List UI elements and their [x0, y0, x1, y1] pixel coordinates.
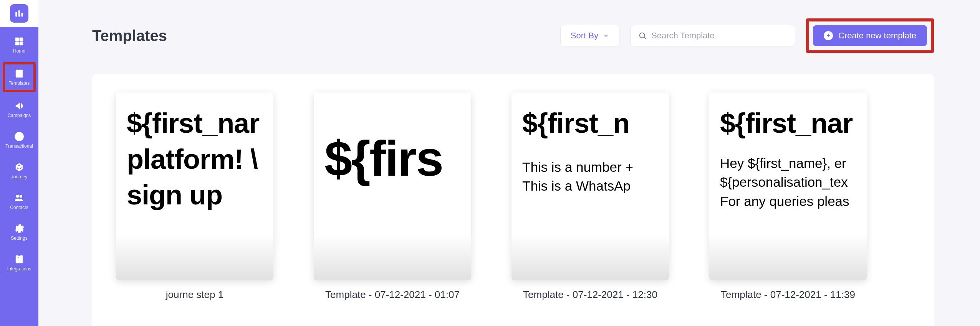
sidebar-item-settings[interactable]: Settings — [3, 221, 36, 243]
svg-point-8 — [16, 195, 19, 198]
preview-text: platform! \ — [127, 142, 263, 178]
search-input[interactable] — [651, 31, 787, 41]
preview-text: For any queries pleas — [720, 193, 856, 210]
template-preview: ${first_n This is a number + This is a W… — [512, 92, 669, 280]
logo-wrap — [0, 0, 38, 27]
sidebar: Home Templates Campaigns Transactional J… — [0, 0, 38, 326]
sort-by-dropdown[interactable]: Sort By — [560, 25, 619, 46]
main: Templates Sort By Create new template — [38, 0, 980, 326]
svg-point-10 — [640, 33, 645, 38]
home-icon — [14, 36, 25, 47]
integrations-icon — [14, 254, 25, 265]
preview-text: Hey ${first_name}, er — [720, 155, 856, 172]
preview-text: sign up — [127, 177, 263, 213]
sidebar-item-campaigns[interactable]: Campaigns — [3, 98, 36, 120]
bars-icon — [14, 8, 24, 18]
plus-icon — [824, 31, 833, 40]
campaigns-icon — [14, 100, 25, 111]
logo[interactable] — [10, 4, 28, 23]
chevron-down-icon — [603, 33, 609, 39]
svg-rect-0 — [15, 12, 17, 17]
sidebar-item-transactional[interactable]: Transactional — [3, 129, 36, 151]
sidebar-item-label: Contacts — [10, 205, 28, 210]
header: Templates Sort By Create new template — [92, 18, 934, 53]
template-card[interactable]: ${first_n This is a number + This is a W… — [512, 92, 669, 326]
svg-rect-6 — [20, 42, 23, 45]
template-card[interactable]: ${firs Template - 07-12-2021 - 01:07 — [314, 92, 471, 326]
create-button-label: Create new template — [838, 31, 916, 41]
templates-icon — [14, 68, 25, 79]
sidebar-item-templates[interactable]: Templates — [3, 62, 36, 92]
sidebar-item-integrations[interactable]: Integrations — [3, 252, 36, 274]
svg-rect-2 — [21, 13, 23, 17]
template-card[interactable]: ${first_nar platform! \ sign up journe s… — [116, 92, 273, 326]
preview-text: ${first_n — [522, 105, 658, 142]
header-controls: Sort By Create new template — [560, 18, 934, 53]
template-label: Template - 07-12-2021 - 11:39 — [721, 289, 855, 301]
preview-text: This is a WhatsAp — [522, 177, 658, 195]
sort-by-label: Sort By — [571, 31, 598, 41]
preview-text: ${firs — [324, 128, 460, 188]
transactional-icon — [14, 131, 25, 142]
nav: Home Templates Campaigns Transactional J… — [0, 27, 38, 274]
create-button-highlight: Create new template — [806, 18, 934, 53]
page-title: Templates — [92, 27, 167, 44]
sidebar-item-contacts[interactable]: Contacts — [3, 190, 36, 212]
template-preview: ${firs — [314, 92, 471, 280]
search-input-wrap[interactable] — [630, 25, 795, 46]
journey-icon — [14, 162, 25, 173]
search-icon — [638, 31, 647, 40]
template-label: journe step 1 — [166, 289, 223, 301]
templates-panel: ${first_nar platform! \ sign up journe s… — [92, 74, 934, 326]
create-new-template-button[interactable]: Create new template — [813, 25, 927, 46]
sidebar-item-label: Campaigns — [8, 113, 31, 118]
svg-rect-1 — [18, 10, 20, 16]
sidebar-item-home[interactable]: Home — [3, 34, 36, 56]
svg-rect-4 — [20, 38, 23, 41]
preview-text: ${personalisation_tex — [720, 173, 856, 191]
template-label: Template - 07-12-2021 - 01:07 — [325, 289, 460, 301]
svg-line-11 — [644, 37, 646, 39]
svg-rect-3 — [15, 38, 19, 41]
sidebar-item-label: Transactional — [5, 143, 33, 149]
settings-icon — [14, 223, 25, 234]
svg-point-9 — [20, 195, 22, 198]
template-card[interactable]: ${first_nar Hey ${first_name}, er ${pers… — [709, 92, 867, 326]
sidebar-item-label: Settings — [11, 235, 27, 241]
sidebar-item-journey[interactable]: Journey — [3, 160, 36, 182]
template-preview: ${first_nar platform! \ sign up — [116, 92, 273, 280]
preview-text: This is a number + — [522, 158, 658, 176]
template-preview: ${first_nar Hey ${first_name}, er ${pers… — [709, 92, 867, 280]
sidebar-item-label: Home — [13, 48, 25, 54]
preview-text: ${first_nar — [127, 105, 263, 142]
sidebar-item-label: Templates — [9, 81, 30, 86]
preview-text: ${first_nar — [720, 105, 856, 142]
sidebar-item-label: Journey — [11, 174, 28, 179]
sidebar-item-label: Integrations — [7, 266, 31, 272]
contacts-icon — [14, 193, 25, 203]
svg-rect-5 — [15, 42, 19, 45]
template-label: Template - 07-12-2021 - 12:30 — [523, 289, 657, 301]
